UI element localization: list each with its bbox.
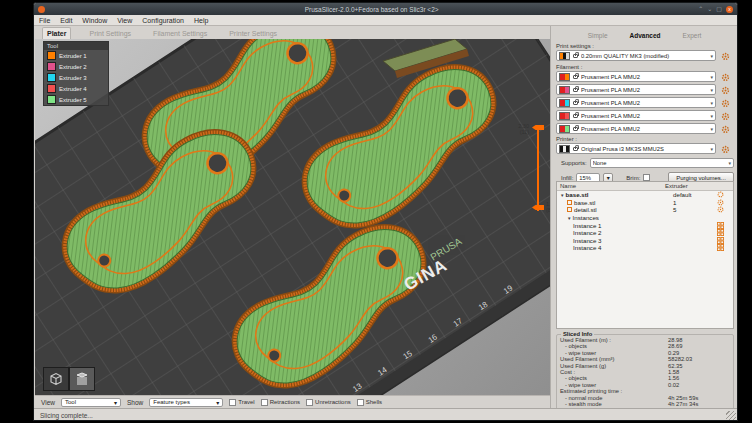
printer-gear-icon[interactable]: [721, 145, 730, 154]
title-bar[interactable]: PrusaSlicer-2.0.0+Fedora based on Slic3r…: [34, 3, 737, 15]
filament-swatch: [559, 125, 570, 133]
object-settings-icon[interactable]: [717, 191, 724, 198]
minimize-icon[interactable]: ⌄: [707, 6, 712, 13]
filament-swatch: [559, 99, 570, 107]
instance-row-1[interactable]: Instance 1: [557, 221, 733, 229]
layer-slider[interactable]: [537, 127, 539, 211]
checkbox-icon[interactable]: [261, 399, 268, 406]
chevron-down-icon: ▾: [728, 160, 731, 166]
filament-select-2[interactable]: Prusament PLA MMU2 ▾: [556, 84, 716, 95]
settings-panel: Simple Advanced Expert Print settings : …: [550, 26, 738, 408]
instance-row-4[interactable]: Instance 4: [557, 244, 733, 252]
editor-view-button[interactable]: [43, 367, 69, 391]
resize-grip[interactable]: [726, 411, 736, 421]
window-controls[interactable]: ⌃ ⌄ ▢ x: [698, 6, 733, 13]
chevron-down-icon: ▾: [710, 126, 713, 132]
extruder4-swatch: [47, 84, 56, 93]
shade-icon[interactable]: ⌃: [698, 6, 703, 13]
chevron-down-icon: ▾: [216, 399, 219, 406]
profile-swatch: [559, 52, 570, 60]
checkbox-icon[interactable]: [229, 399, 236, 406]
chevron-down-icon: ▾: [114, 399, 117, 406]
tool-legend: Tool Extruder 1 Extruder 2 Extruder 3 Ex…: [43, 41, 109, 106]
tab-plater[interactable]: Plater: [42, 27, 71, 39]
tab-filament-settings[interactable]: Filament Settings: [149, 28, 211, 39]
export-gcode-button[interactable]: Export G-code: [556, 420, 734, 421]
part-row-detail[interactable]: detail.stl 5: [557, 206, 733, 214]
bed-scene: 13 14 15 16 17 18 19: [35, 39, 550, 395]
window-title: PrusaSlicer-2.0.0+Fedora based on Slic3r…: [45, 6, 698, 13]
part-row-base[interactable]: base.stl 1: [557, 199, 733, 207]
tab-print-settings[interactable]: Print Settings: [85, 28, 135, 39]
view-select[interactable]: Tool▾: [61, 398, 121, 407]
menu-window[interactable]: Window: [82, 17, 107, 24]
extruder1-swatch: [47, 51, 56, 60]
chevron-down-icon: ▾: [710, 87, 713, 93]
expander-icon[interactable]: ▼: [560, 193, 564, 198]
filament-select-3[interactable]: Prusament PLA MMU2 ▾: [556, 97, 716, 108]
lock-icon: [573, 114, 578, 118]
print-settings-select[interactable]: 0.20mm QUALITY MK3 (modified) ▾: [556, 50, 716, 61]
instances-group-row[interactable]: ▼Instances: [557, 214, 733, 222]
filament1-gear-icon[interactable]: [721, 73, 730, 82]
expander-icon[interactable]: ▼: [567, 216, 571, 221]
close-icon[interactable]: x: [726, 6, 733, 13]
checkbox-icon[interactable]: [306, 399, 313, 406]
unretractions-checkbox[interactable]: Unretractions: [306, 399, 351, 406]
viewport-3d[interactable]: 13 14 15 16 17 18 19: [35, 39, 550, 395]
legend-title: Tool: [44, 42, 108, 50]
sliced-info: Sliced Info Used Filament (m) :28.98 - o…: [556, 334, 734, 418]
instances-icon: [717, 244, 724, 251]
menu-view[interactable]: View: [117, 17, 132, 24]
mode-expert[interactable]: Expert: [683, 32, 702, 39]
checkbox-icon[interactable]: [357, 399, 364, 406]
filament-swatch: [559, 86, 570, 94]
menu-file[interactable]: File: [39, 17, 50, 24]
filament5-gear-icon[interactable]: [721, 125, 730, 134]
lock-icon: [573, 88, 578, 92]
infill-label: Infill:: [561, 175, 573, 181]
menu-help[interactable]: Help: [194, 17, 208, 24]
legend-item: Extruder 2: [44, 61, 108, 72]
brim-checkbox[interactable]: [643, 174, 650, 181]
print-settings-gear-icon[interactable]: [721, 52, 730, 61]
supports-select[interactable]: None ▾: [590, 158, 734, 168]
instance-row-3[interactable]: Instance 3: [557, 237, 733, 245]
mode-simple[interactable]: Simple: [588, 32, 608, 39]
filament-swatch: [559, 73, 570, 81]
shells-checkbox[interactable]: Shells: [357, 399, 382, 406]
object-row-base[interactable]: ▼base.stl default: [557, 191, 733, 199]
gear-icon[interactable]: [717, 206, 724, 213]
filament-select-4[interactable]: Prusament PLA MMU2 ▾: [556, 110, 716, 121]
supports-row: Supports: None ▾: [561, 158, 734, 168]
mode-advanced[interactable]: Advanced: [630, 32, 661, 39]
mode-tabs: Simple Advanced Expert: [551, 32, 738, 39]
chevron-down-icon: ▾: [710, 100, 713, 106]
printer-select[interactable]: Original Prusa i3 MK3S MMU2S ▾: [556, 143, 716, 154]
retractions-checkbox[interactable]: Retractions: [261, 399, 300, 406]
preview-view-button[interactable]: [69, 367, 95, 391]
supports-label: Supports:: [561, 160, 587, 166]
travel-checkbox[interactable]: Travel: [229, 399, 254, 406]
filament4-gear-icon[interactable]: [721, 112, 730, 121]
filament-select-5[interactable]: Prusament PLA MMU2 ▾: [556, 123, 716, 134]
preview-toolbar: View Tool▾ Show Feature types▾ Travel Re…: [35, 395, 550, 408]
instance-row-2[interactable]: Instance 2: [557, 229, 733, 237]
filament2-gear-icon[interactable]: [721, 86, 730, 95]
print-settings-label: Print settings :: [556, 43, 594, 49]
menu-bar: File Edit Window View Configuration Help: [34, 15, 737, 26]
menu-configuration[interactable]: Configuration: [142, 17, 184, 24]
tab-printer-settings[interactable]: Printer Settings: [225, 28, 281, 39]
gear-icon[interactable]: [717, 199, 724, 206]
filament3-gear-icon[interactable]: [721, 99, 730, 108]
maximize-icon[interactable]: ▢: [716, 6, 722, 13]
chevron-down-icon: ▾: [710, 74, 713, 80]
chevron-down-icon: ▾: [710, 113, 713, 119]
show-select[interactable]: Feature types▾: [149, 398, 223, 407]
slider-top-label: 2.30(11): [507, 123, 529, 135]
filament-label: Filament :: [556, 64, 582, 70]
menu-edit[interactable]: Edit: [60, 17, 72, 24]
lock-icon: [573, 75, 578, 79]
filament-select-1[interactable]: Prusament PLA MMU2 ▾: [556, 71, 716, 82]
lock-icon: [573, 101, 578, 105]
